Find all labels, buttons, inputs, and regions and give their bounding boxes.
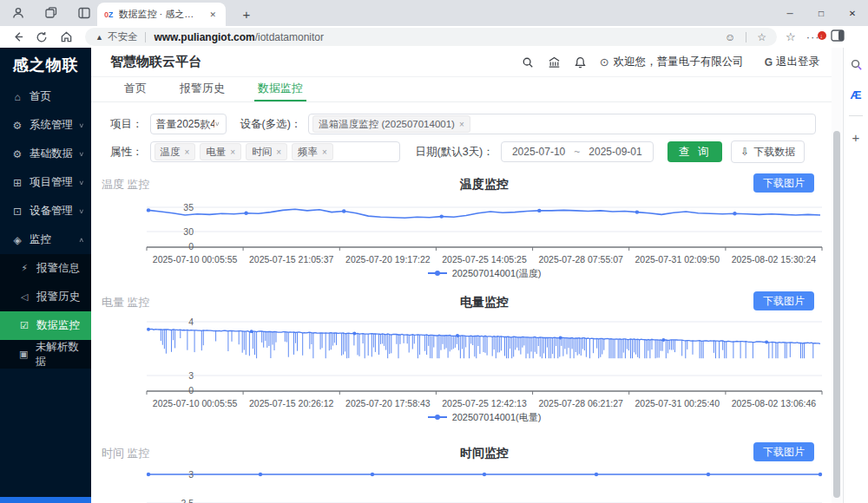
temperature-chart-section: 温度 监控 温度监控 下载图片 35 30 0 2025-07-10 00:05… [91, 173, 832, 279]
sidebar-item-unparsed-data[interactable]: ▣ 未解析数据 [0, 340, 91, 369]
gear-icon: ⚙ [11, 120, 23, 132]
project-value: 普量2025款4... [156, 117, 214, 132]
tab-close-icon[interactable]: ✕ [207, 10, 219, 20]
attr-tag-label: 电量 [206, 146, 226, 159]
app-logo: 感之物联 [0, 48, 91, 82]
logout-button[interactable]: G 退出登录 [765, 55, 819, 69]
rail-search-icon[interactable] [850, 58, 863, 75]
lightning-icon: ⚡ [18, 263, 30, 274]
legend-label: 202507014001(温度) [452, 267, 542, 280]
tab-alarm-history[interactable]: 报警历史 [176, 77, 228, 101]
package-icon: ▣ [18, 349, 30, 360]
sidebar-item-monitor[interactable]: ◈ 监控 ∧ [0, 225, 91, 254]
browser-profile-icon[interactable] [831, 29, 845, 45]
project-select[interactable]: 普量2025款4... ∨ [150, 114, 227, 134]
feedback-icon[interactable]: ☺ [725, 31, 735, 43]
chart-legend[interactable]: 202507014001(温度) [147, 267, 822, 279]
download-image-button[interactable]: 下载图片 [753, 291, 814, 310]
chevron-down-icon: ∨ [214, 121, 220, 127]
bell-icon[interactable] [575, 56, 586, 69]
chart-legend[interactable]: 202507014001(电量) [147, 411, 822, 423]
download-image-button[interactable]: 下载图片 [753, 442, 814, 461]
grid-icon: ⊞ [11, 177, 23, 189]
attr-tag-label: 频率 [298, 146, 318, 159]
rail-add-icon[interactable]: + [852, 130, 860, 145]
new-tab-button[interactable]: + [236, 3, 257, 24]
device-multiselect[interactable]: 温箱温度监控 (202507014001) × [308, 114, 816, 134]
sidebar-item-alarm-history[interactable]: ◁ 报警历史 [0, 283, 91, 311]
monitor-submenu: ⚡ 报警信息 ◁ 报警历史 ☑ 数据监控 ▣ 未解析数据 [0, 254, 91, 369]
page-scrollbar[interactable] [832, 48, 842, 503]
search-icon[interactable] [522, 56, 534, 69]
tab-data-monitor[interactable]: 数据监控 [254, 77, 306, 101]
tab-actions-icon[interactable] [71, 3, 97, 23]
url-path: /iotdatamonitor [255, 31, 324, 43]
sidebar-item-system-mgmt[interactable]: ⚙ 系统管理 ∨ [0, 111, 91, 140]
edge-sidebar-rail: Æ + [843, 48, 868, 503]
favorite-star-icon[interactable]: ☆ [757, 31, 766, 43]
query-button[interactable]: 查 询 [667, 141, 722, 162]
attr-tag-frequency[interactable]: 频率× [292, 143, 333, 160]
project-label: 项目： [110, 117, 143, 132]
not-secure-warning-icon[interactable]: ▲ [95, 33, 103, 42]
sidebar-item-label: 数据监控 [36, 318, 80, 333]
more-menu-icon[interactable]: ···↓ [806, 30, 820, 43]
window-controls: ─ □ ✕ [774, 0, 868, 26]
app-sidebar: 感之物联 ⌂ 首页 ⚙ 系统管理 ∨ ⚙ 基础数据 ∨ ⊞ 项目管理 ∨ ⊡ 设… [0, 48, 91, 503]
remove-tag-icon[interactable]: × [230, 147, 235, 157]
minimize-button[interactable]: ─ [774, 0, 806, 26]
date-range-picker[interactable]: 2025-07-10 ~ 2025-09-01 [501, 141, 654, 162]
reload-icon[interactable] [30, 28, 54, 46]
remove-tag-icon[interactable]: × [459, 120, 464, 129]
sidebar-item-data-monitor[interactable]: ☑ 数据监控 [0, 311, 91, 340]
sidebar-item-label: 未解析数据 [36, 340, 84, 369]
download-data-button[interactable]: ⇩ 下载数据 [731, 140, 805, 163]
workspaces-icon[interactable] [38, 3, 64, 23]
organization-icon[interactable] [548, 56, 561, 69]
remove-tag-icon[interactable]: × [322, 147, 327, 157]
sidebar-item-device-mgmt[interactable]: ⊡ 设备管理 ∨ [0, 197, 91, 225]
browser-tab[interactable]: 0Z 数据监控 · 感之物联 ✕ [97, 3, 226, 26]
sidebar-item-alarm-info[interactable]: ⚡ 报警信息 [0, 254, 91, 283]
y-tick-label: 3 [150, 469, 194, 480]
chevron-down-icon: ∨ [78, 151, 84, 158]
sidebar-item-home[interactable]: ⌂ 首页 [0, 82, 91, 111]
profile-icon[interactable] [5, 3, 31, 23]
collections-icon[interactable]: ☆ [786, 30, 796, 43]
pill-divider [746, 32, 746, 42]
gear-icon: ⚙ [11, 148, 23, 160]
account-menu[interactable]: ⊙ 欢迎您，普量电子有限公司 [600, 55, 744, 69]
home-icon[interactable] [54, 28, 78, 46]
sidebar-bottom-bar [0, 497, 91, 503]
download-data-label: 下载数据 [753, 145, 795, 160]
app-header: 智慧物联云平台 ⊙ 欢迎您，普量电子有限公司 G 退出登录 [91, 48, 832, 77]
remove-tag-icon[interactable]: × [276, 147, 281, 157]
browser-addressbar: ▲ 不安全 www.puliangiot.com /iotdatamonitor… [0, 26, 868, 48]
maximize-button[interactable]: □ [806, 0, 837, 26]
sidebar-item-project-mgmt[interactable]: ⊞ 项目管理 ∨ [0, 168, 91, 197]
scrollbar-thumb[interactable] [833, 131, 840, 498]
attribute-multiselect[interactable]: 温度× 电量× 时间× 频率× [150, 141, 400, 162]
attr-tag-battery[interactable]: 电量× [200, 143, 241, 160]
url-host: www.puliangiot.com [154, 31, 254, 43]
close-button[interactable]: ✕ [837, 0, 868, 26]
tab-home[interactable]: 首页 [121, 77, 150, 101]
sidebar-item-label: 报警历史 [36, 290, 80, 304]
attr-tag-time[interactable]: 时间× [246, 143, 287, 160]
y-tick-label: 3 [150, 370, 194, 381]
x-axis-labels: 2025-07-10 00:05:552025-07-15 21:05:3720… [147, 254, 822, 265]
remove-tag-icon[interactable]: × [185, 147, 190, 157]
download-image-button[interactable]: 下载图片 [753, 173, 814, 193]
attribute-label: 属性： [110, 145, 143, 160]
chart-title: 电量监控 [147, 291, 822, 312]
rail-extension-icon[interactable]: Æ [851, 88, 862, 101]
device-tag[interactable]: 温箱温度监控 (202507014001) × [312, 115, 470, 133]
chart-title: 温度监控 [147, 173, 822, 194]
welcome-text: 欢迎您，普量电子有限公司 [614, 55, 744, 69]
url-bar[interactable]: ▲ 不安全 www.puliangiot.com /iotdatamonitor… [85, 28, 777, 46]
back-icon[interactable] [5, 28, 30, 46]
battery-chart-section: 电量 监控 电量监控 下载图片 4 3 0 2025-07-10 00:05:5… [91, 291, 832, 423]
attr-tag-temperature[interactable]: 温度× [155, 143, 196, 160]
sidebar-item-base-data[interactable]: ⚙ 基础数据 ∨ [0, 140, 91, 168]
speaker-icon: ◁ [18, 291, 30, 303]
